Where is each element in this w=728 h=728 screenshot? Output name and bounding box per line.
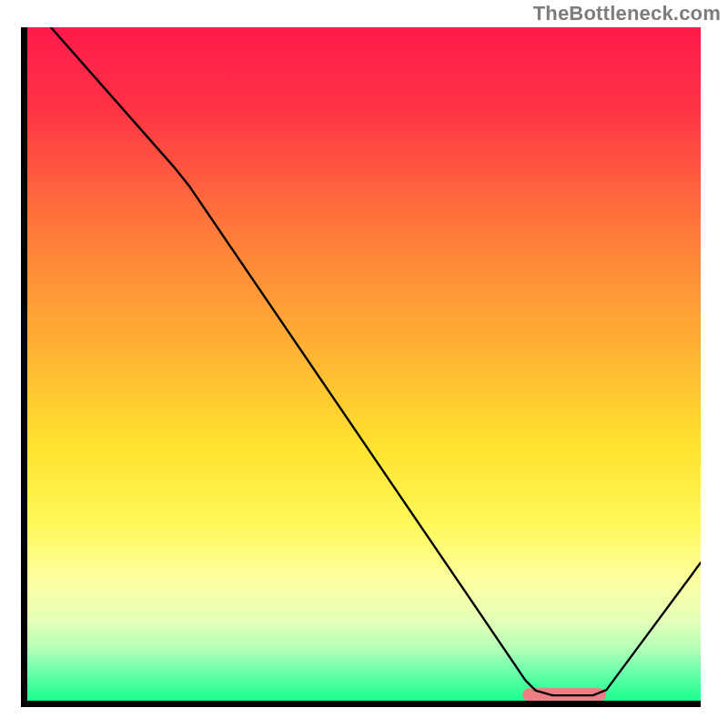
watermark-text: TheBottleneck.com [533,2,721,25]
gradient-background [27,27,701,701]
bottleneck-chart [0,0,728,728]
chart-container: { "watermark": "TheBottleneck.com", "cha… [0,0,728,728]
